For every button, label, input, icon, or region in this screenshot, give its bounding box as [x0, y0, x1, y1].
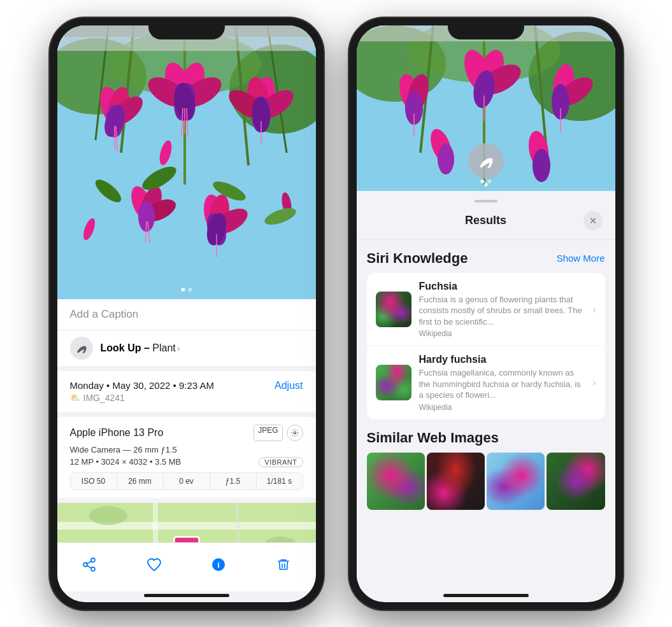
siri-icon: [468, 143, 504, 179]
device-name: Apple iPhone 13 Pro: [70, 427, 164, 439]
format-badge: JPEG: [254, 425, 282, 441]
siri-knowledge-title: Siri Knowledge: [367, 250, 468, 267]
dot-1: [181, 288, 185, 292]
photo-area-left[interactable]: [57, 25, 316, 299]
dot-2: [188, 288, 192, 292]
home-indicator-right: [443, 594, 529, 597]
adjust-button[interactable]: Adjust: [275, 380, 303, 391]
hardy-source: Wikipedia: [419, 403, 585, 412]
divider-2: [57, 412, 316, 417]
hardy-description: Fuchsia magellanica, commonly known as t…: [419, 367, 585, 401]
divider-1: [57, 366, 316, 371]
siri-dot: [484, 183, 488, 187]
exif-ev: 0 ev: [164, 473, 210, 490]
screen-right: Results ✕ Siri Knowledge Show More: [357, 25, 615, 602]
knowledge-item-fuchsia[interactable]: Fuchsia Fuchsia is a genus of flowering …: [367, 273, 605, 347]
svg-point-58: [89, 506, 127, 525]
meta-filename: ⛅ IMG_4241: [70, 393, 303, 403]
hardy-content: Hardy fuchsia Fuchsia magellanica, commo…: [419, 354, 585, 412]
similar-image-2[interactable]: [427, 453, 485, 510]
show-more-button[interactable]: Show More: [557, 253, 605, 264]
results-panel: Results ✕ Siri Knowledge Show More: [357, 191, 615, 591]
trash-button[interactable]: [269, 551, 297, 579]
svg-rect-56: [153, 503, 158, 542]
exif-iso: ISO 50: [71, 473, 117, 490]
similar-image-4[interactable]: [547, 453, 604, 510]
map-bg: [57, 503, 316, 542]
lookup-regular: Plant: [150, 342, 176, 353]
notch: [148, 18, 225, 39]
hardy-chevron: ›: [592, 377, 596, 388]
dot-r-2: [487, 180, 491, 183]
notch-right: [448, 18, 524, 39]
leaf-icon: [75, 342, 88, 355]
hardy-title: Hardy fuchsia: [419, 354, 585, 365]
fuchsia-source: Wikipedia: [419, 329, 585, 338]
info-button[interactable]: i: [204, 551, 232, 579]
exif-focal: 26 mm: [117, 473, 164, 490]
phone-right: Results ✕ Siri Knowledge Show More: [349, 18, 623, 610]
caption-placeholder[interactable]: Add a Caption: [70, 308, 139, 320]
similar-images-grid: [367, 453, 605, 510]
exif-row: ISO 50 26 mm 0 ev ƒ1.5 1/181 s: [70, 472, 303, 490]
fuchsia-content: Fuchsia Fuchsia is a genus of flowering …: [419, 281, 585, 339]
dot-indicator: [181, 288, 192, 292]
toolbar: i: [57, 542, 316, 591]
exif-shutter: 1/181 s: [257, 473, 303, 490]
camera-lens: Wide Camera — 26 mm ƒ1.5: [70, 445, 303, 454]
similar-image-1[interactable]: [367, 453, 425, 510]
meta-date: Monday • May 30, 2022 • 9:23 AM: [70, 380, 214, 391]
home-indicator: [144, 594, 229, 597]
phone-left: Add a Caption Look Up – Plant› Mond: [50, 18, 324, 610]
svg-point-87: [533, 149, 550, 182]
results-content: Siri Knowledge Show More Fuchsia Fuchsia…: [357, 240, 615, 591]
knowledge-item-hardy[interactable]: Hardy fuchsia Fuchsia magellanica, commo…: [367, 346, 605, 419]
hardy-thumbnail: [376, 365, 411, 400]
device-section: Apple iPhone 13 Pro JPEG Wide Camera — 2…: [57, 417, 316, 498]
svg-point-85: [438, 144, 454, 174]
fuchsia-description: Fuchsia is a genus of flowering plants t…: [419, 294, 585, 328]
meta-section: Monday • May 30, 2022 • 9:23 AM Adjust ⛅…: [57, 371, 316, 412]
svg-text:i: i: [217, 560, 220, 569]
dot-r-1: [480, 180, 484, 183]
style-badge: VIBRANT: [259, 457, 303, 467]
share-button[interactable]: [75, 551, 103, 579]
settings-icon: [287, 425, 303, 441]
like-button[interactable]: [140, 551, 168, 579]
lookup-chevron: ›: [177, 343, 180, 353]
screen-left: Add a Caption Look Up – Plant› Mond: [57, 25, 316, 602]
lookup-bold: Look Up –: [101, 342, 150, 353]
results-title: Results: [465, 214, 506, 227]
similar-image-3[interactable]: [487, 453, 545, 510]
lookup-row[interactable]: Look Up – Plant›: [57, 330, 316, 366]
camera-resolution: 12 MP • 3024 × 4032 • 3.5 MB: [70, 457, 182, 467]
exif-aperture: ƒ1.5: [210, 473, 257, 490]
photo-area-right: [357, 25, 615, 191]
fuchsia-thumbnail: [376, 292, 411, 327]
svg-point-53: [294, 432, 296, 434]
similar-section: Similar Web Images: [367, 430, 605, 510]
info-area: Add a Caption Look Up – Plant› Mond: [57, 299, 316, 542]
close-button[interactable]: ✕: [583, 211, 603, 230]
fuchsia-chevron: ›: [592, 304, 596, 315]
fuchsia-title: Fuchsia: [419, 281, 585, 292]
svg-rect-55: [57, 522, 316, 530]
knowledge-card: Fuchsia Fuchsia is a genus of flowering …: [367, 273, 605, 419]
map-section[interactable]: [57, 503, 316, 542]
svg-rect-60: [175, 538, 198, 542]
siri-knowledge-header: Siri Knowledge Show More: [367, 250, 605, 267]
caption-area[interactable]: Add a Caption: [57, 299, 316, 330]
similar-title: Similar Web Images: [367, 430, 605, 446]
cloud-icon: ⛅: [70, 393, 80, 402]
lookup-label[interactable]: Look Up – Plant›: [101, 342, 180, 354]
lookup-icon: [70, 337, 93, 360]
svg-rect-57: [236, 503, 239, 542]
results-header: Results ✕: [357, 202, 615, 240]
